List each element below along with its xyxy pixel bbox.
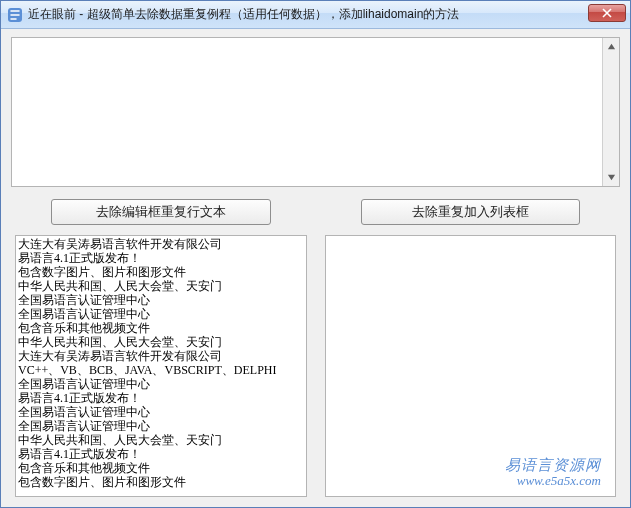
window-title: 近在眼前 - 超级简单去除数据重复例程（适用任何数据），添加lihaidomai… — [28, 6, 459, 23]
result-listbox[interactable]: 易语言资源网 www.e5a5x.com — [325, 235, 617, 497]
list-item[interactable]: 包含数字图片、图片和图形文件 — [18, 475, 304, 489]
client-area: 去除编辑框重复行文本 去除重复加入列表框 大连大有吴涛易语言软件开发有限公司易语… — [1, 29, 630, 507]
dedupe-edit-button[interactable]: 去除编辑框重复行文本 — [51, 199, 271, 225]
list-item[interactable]: 中华人民共和国、人民大会堂、天安门 — [18, 335, 304, 349]
close-button[interactable] — [588, 4, 626, 22]
scroll-down-icon[interactable] — [603, 169, 619, 186]
list-item[interactable]: 全国易语言认证管理中心 — [18, 377, 304, 391]
list-item[interactable]: 包含音乐和其他视频文件 — [18, 461, 304, 475]
list-item[interactable]: 全国易语言认证管理中心 — [18, 293, 304, 307]
app-icon — [7, 7, 23, 23]
watermark-line2: www.e5a5x.com — [505, 474, 601, 488]
list-item[interactable]: 包含数字图片、图片和图形文件 — [18, 265, 304, 279]
list-item[interactable]: 全国易语言认证管理中心 — [18, 307, 304, 321]
list-item[interactable]: 易语言4.1正式版发布！ — [18, 251, 304, 265]
edit-box[interactable] — [11, 37, 620, 187]
dedupe-list-button[interactable]: 去除重复加入列表框 — [361, 199, 581, 225]
list-item[interactable]: 易语言4.1正式版发布！ — [18, 391, 304, 405]
title-bar[interactable]: 近在眼前 - 超级简单去除数据重复例程（适用任何数据），添加lihaidomai… — [1, 1, 630, 29]
list-item[interactable]: 全国易语言认证管理中心 — [18, 419, 304, 433]
scroll-up-icon[interactable] — [603, 38, 619, 55]
list-item[interactable]: 中华人民共和国、人民大会堂、天安门 — [18, 279, 304, 293]
list-item[interactable]: 中华人民共和国、人民大会堂、天安门 — [18, 433, 304, 447]
watermark: 易语言资源网 www.e5a5x.com — [505, 458, 601, 488]
close-icon — [602, 8, 612, 18]
list-item[interactable]: 大连大有吴涛易语言软件开发有限公司 — [18, 237, 304, 251]
scroll-track[interactable] — [603, 55, 619, 169]
main-window: 近在眼前 - 超级简单去除数据重复例程（适用任何数据），添加lihaidomai… — [0, 0, 631, 508]
lists-row: 大连大有吴涛易语言软件开发有限公司易语言4.1正式版发布！包含数字图片、图片和图… — [11, 235, 620, 497]
source-listbox[interactable]: 大连大有吴涛易语言软件开发有限公司易语言4.1正式版发布！包含数字图片、图片和图… — [15, 235, 307, 497]
list-item[interactable]: 包含音乐和其他视频文件 — [18, 321, 304, 335]
list-item[interactable]: 大连大有吴涛易语言软件开发有限公司 — [18, 349, 304, 363]
edit-scrollbar[interactable] — [602, 38, 619, 186]
watermark-line1: 易语言资源网 — [505, 458, 601, 472]
list-item[interactable]: 全国易语言认证管理中心 — [18, 405, 304, 419]
list-item[interactable]: 易语言4.1正式版发布！ — [18, 447, 304, 461]
button-row: 去除编辑框重复行文本 去除重复加入列表框 — [51, 199, 580, 225]
list-item[interactable]: VC++、VB、BCB、JAVA、VBSCRIPT、DELPHI — [18, 363, 304, 377]
